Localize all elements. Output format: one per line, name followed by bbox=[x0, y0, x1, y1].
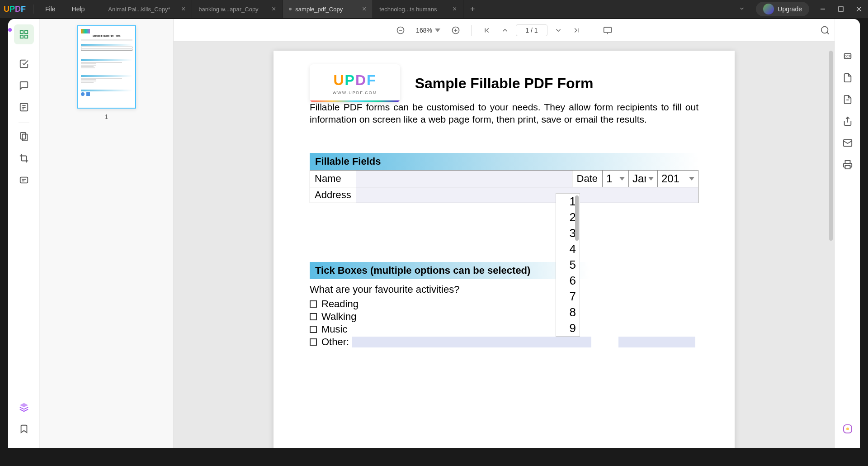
menu-help[interactable]: Help bbox=[64, 0, 93, 18]
dropdown-option[interactable]: 9 bbox=[556, 320, 580, 336]
presentation-button[interactable] bbox=[600, 23, 615, 38]
accent-dot-icon bbox=[8, 28, 12, 32]
bookmark-button[interactable] bbox=[14, 419, 34, 439]
highlighter-button[interactable] bbox=[14, 54, 34, 74]
page-thumbnail[interactable]: Sample Fillable PDF Form bbox=[77, 25, 136, 109]
viewer-scrollbar[interactable] bbox=[829, 51, 833, 241]
close-icon[interactable]: × bbox=[181, 5, 185, 13]
protect-button[interactable] bbox=[838, 68, 858, 88]
share-icon bbox=[843, 116, 853, 126]
dropdown-option[interactable]: 4 bbox=[556, 241, 580, 257]
tab-2[interactable]: sample_pdf_Copy × bbox=[283, 0, 373, 18]
label-date: Date bbox=[572, 170, 602, 187]
checkbox-icon bbox=[310, 313, 317, 320]
checkbox-other[interactable]: Other: bbox=[310, 336, 698, 348]
triangle-down-icon bbox=[689, 177, 694, 181]
close-button[interactable] bbox=[850, 0, 868, 18]
other-input-right[interactable] bbox=[618, 337, 695, 347]
document-viewer: 168% 1 / 1 bbox=[174, 19, 835, 448]
checkbox-icon bbox=[310, 300, 317, 308]
add-tab-button[interactable]: + bbox=[463, 0, 481, 18]
triangle-down-icon bbox=[648, 177, 654, 181]
page-scroll[interactable]: UPDF WWW.UPDF.COM Sample Fillable PDF Fo… bbox=[174, 42, 835, 448]
tab-1[interactable]: banking w...apar_Copy × bbox=[192, 0, 283, 18]
upgrade-button[interactable]: Upgrade bbox=[756, 2, 809, 16]
zoom-out-button[interactable] bbox=[393, 23, 408, 38]
menu-file[interactable]: File bbox=[37, 0, 64, 18]
close-icon[interactable]: × bbox=[453, 5, 457, 13]
dropdown-option[interactable]: 6 bbox=[556, 273, 580, 289]
svg-rect-1 bbox=[839, 7, 843, 11]
dropdown-scrollbar[interactable] bbox=[575, 195, 579, 241]
compress-icon bbox=[843, 95, 853, 105]
edit-button[interactable] bbox=[14, 97, 34, 117]
close-icon[interactable]: × bbox=[362, 5, 366, 13]
close-icon[interactable]: × bbox=[272, 5, 276, 13]
other-input[interactable] bbox=[352, 337, 591, 347]
titlebar: UPDF File Help Animal Pai...kills_Copy* … bbox=[0, 0, 868, 18]
divider bbox=[33, 5, 33, 14]
maximize-icon bbox=[838, 6, 844, 12]
name-input[interactable] bbox=[356, 170, 572, 187]
checkbox-walking[interactable]: Walking bbox=[310, 311, 698, 323]
tab-title: Animal Pai...kills_Copy* bbox=[108, 6, 178, 13]
tab-3[interactable]: technolog...ts humans × bbox=[373, 0, 463, 18]
ai-button[interactable] bbox=[838, 419, 858, 439]
label-name: Name bbox=[310, 170, 356, 187]
minimize-button[interactable] bbox=[814, 0, 832, 18]
close-icon bbox=[856, 6, 862, 12]
first-page-button[interactable] bbox=[480, 23, 494, 38]
page-number-input[interactable]: 1 / 1 bbox=[516, 24, 547, 36]
date-day-select[interactable]: 1 bbox=[604, 171, 627, 186]
checkbox-icon bbox=[310, 326, 317, 333]
comment-button[interactable] bbox=[14, 76, 34, 95]
date-year-select[interactable]: 201 bbox=[659, 171, 697, 186]
redact-icon bbox=[19, 175, 29, 185]
tab-overflow-button[interactable] bbox=[732, 5, 751, 13]
last-page-button[interactable] bbox=[569, 23, 584, 38]
next-page-button[interactable] bbox=[551, 23, 566, 38]
checkbox-reading[interactable]: Reading bbox=[310, 298, 698, 310]
email-button[interactable] bbox=[838, 133, 858, 153]
separator bbox=[471, 25, 472, 36]
tab-title: technolog...ts humans bbox=[379, 6, 449, 13]
left-sidebar bbox=[8, 19, 40, 448]
avatar bbox=[763, 4, 774, 14]
print-button[interactable] bbox=[838, 155, 858, 175]
chevron-down-icon bbox=[435, 29, 440, 32]
date-month-select[interactable]: Jan bbox=[630, 171, 656, 186]
svg-marker-17 bbox=[19, 403, 28, 407]
svg-rect-5 bbox=[24, 31, 27, 33]
layers-button[interactable] bbox=[14, 397, 34, 417]
tab-bar: Animal Pai...kills_Copy* × banking w...a… bbox=[102, 0, 732, 18]
dropdown-option[interactable]: 8 bbox=[556, 304, 580, 320]
tab-0[interactable]: Animal Pai...kills_Copy* × bbox=[102, 0, 192, 18]
dropdown-option[interactable]: 7 bbox=[556, 289, 580, 304]
zoom-in-icon bbox=[451, 26, 460, 35]
search-button[interactable] bbox=[820, 25, 830, 37]
triangle-down-icon bbox=[619, 177, 625, 181]
presentation-icon bbox=[603, 26, 612, 35]
chevron-down-icon bbox=[739, 5, 745, 12]
crop-button[interactable] bbox=[14, 148, 34, 168]
ocr-icon: OCR bbox=[843, 51, 853, 61]
thumbnails-icon bbox=[19, 29, 29, 39]
maximize-button[interactable] bbox=[832, 0, 850, 18]
checkbox-music[interactable]: Music bbox=[310, 323, 698, 335]
organize-button[interactable] bbox=[14, 127, 34, 147]
svg-rect-25 bbox=[604, 27, 612, 33]
main: Sample Fillable PDF Form 1 bbox=[8, 19, 860, 448]
zoom-out-icon bbox=[396, 26, 405, 35]
thumbnails-button[interactable] bbox=[14, 24, 34, 44]
comment-icon bbox=[19, 81, 29, 90]
zoom-display[interactable]: 168% bbox=[411, 25, 445, 36]
ocr-button[interactable]: OCR bbox=[838, 46, 858, 66]
address-input[interactable] bbox=[356, 187, 698, 203]
share-button[interactable] bbox=[838, 111, 858, 131]
zoom-in-button[interactable] bbox=[448, 23, 463, 38]
crop-icon bbox=[19, 153, 29, 163]
redact-button[interactable] bbox=[14, 170, 34, 190]
prev-page-button[interactable] bbox=[498, 23, 512, 38]
dropdown-option[interactable]: 5 bbox=[556, 257, 580, 273]
compress-button[interactable] bbox=[838, 90, 858, 109]
